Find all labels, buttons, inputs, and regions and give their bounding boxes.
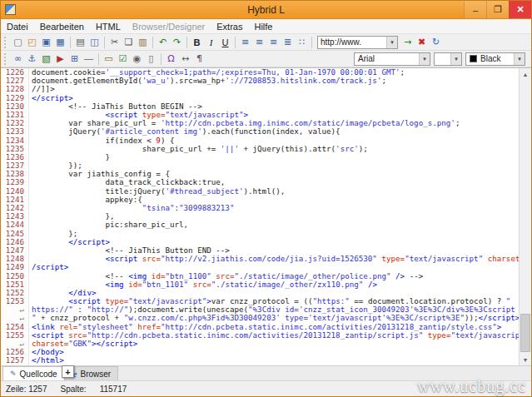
font-size-combobox[interactable]: ▾	[434, 52, 462, 66]
code-text[interactable]: if(index < 9) {	[29, 136, 519, 145]
menu-hilfe[interactable]: Hilfe	[248, 19, 278, 33]
ordered-list-icon[interactable]: ≣	[281, 35, 295, 49]
code-text[interactable]: charset="GBK"></script>	[29, 340, 519, 348]
code-text[interactable]: });	[29, 161, 519, 170]
code-text[interactable]: </script>	[29, 94, 519, 102]
code-text[interactable]: /script>	[29, 263, 519, 271]
code-text[interactable]: document.cookie='__support_check=1;path=…	[29, 68, 519, 77]
vertical-scrollbar[interactable]: ▲ ▼	[519, 68, 531, 365]
scroll-up-icon[interactable]: ▲	[520, 68, 531, 80]
close-button[interactable]: ✕	[509, 1, 531, 18]
refresh-icon[interactable]: ↻	[429, 35, 443, 49]
scrollbar-thumb[interactable]	[520, 314, 530, 352]
insert-anchor-icon[interactable]: ⚓	[25, 52, 39, 66]
code-text[interactable]: document.getElementById('wa_u').src=wa_h…	[29, 77, 519, 85]
scrollbar-track[interactable]	[520, 80, 531, 354]
code-text[interactable]: </html>	[29, 356, 519, 365]
align-right-icon[interactable]: ≡	[266, 35, 281, 49]
menu-browser-designer[interactable]: Browser/Designer	[127, 19, 211, 33]
align-center-icon[interactable]: ≡	[252, 35, 266, 49]
toolbar-grip[interactable]	[4, 53, 8, 65]
save-all-icon[interactable]: ▦	[53, 35, 67, 49]
code-text[interactable]: share_pic_url += '||' + jQuery(this).att…	[29, 145, 519, 153]
copy-icon[interactable]: ❏	[122, 35, 136, 49]
code-text[interactable]: pic:share_pic_url,	[29, 221, 519, 229]
insert-checkbox-icon[interactable]: ☑	[116, 52, 130, 66]
title-bar[interactable]: Hybrid L – ❐ ✕	[1, 1, 531, 19]
code-text[interactable]: <script src="http://v2.jiathis.com/code/…	[29, 255, 519, 263]
url-input[interactable]	[321, 37, 385, 47]
align-left-icon[interactable]: ≡	[238, 35, 252, 49]
paste-icon[interactable]: ▥	[136, 35, 150, 49]
unordered-list-icon[interactable]: ∷	[295, 35, 309, 49]
insert-marquee-icon[interactable]: ↔	[178, 52, 192, 66]
menu-extras[interactable]: Extras	[211, 19, 248, 33]
code-text[interactable]: <!-- JiaThis Button BEGIN -->	[29, 102, 519, 111]
font-color-combobox[interactable]: Black ▾	[465, 52, 525, 66]
insert-media-icon[interactable]: ▶	[53, 52, 67, 66]
minimize-button[interactable]: –	[464, 1, 486, 18]
tab-quellcode[interactable]: ✎Quellcode	[2, 366, 65, 380]
menu-html[interactable]: HTML	[90, 19, 127, 33]
stop-icon[interactable]: ✖	[415, 35, 429, 49]
code-text[interactable]: }	[29, 153, 519, 161]
insert-comment-icon[interactable]: ¶	[192, 52, 206, 66]
open-folder-icon[interactable]: ◰	[25, 35, 39, 49]
cut-icon[interactable]: ✂	[107, 35, 122, 49]
chevron-down-icon[interactable]: ▾	[514, 53, 525, 65]
code-text[interactable]: title:jQuery('#thread_subject').html(),	[29, 187, 519, 196]
code-text[interactable]: var share_pic_url = 'http://cdn.pcbeta.i…	[29, 119, 519, 127]
code-text[interactable]: jQuery('#article_content img').each(func…	[29, 127, 519, 136]
code-text[interactable]: <script src="http://cdn.pcbeta.static.in…	[29, 331, 519, 340]
code-editor[interactable]: 1226document.cookie='__support_check=1;p…	[1, 67, 531, 365]
underline-icon[interactable]: U	[218, 35, 232, 49]
code-area[interactable]: 1226document.cookie='__support_check=1;p…	[1, 68, 519, 365]
menu-datei[interactable]: Datei	[1, 19, 34, 33]
bold-icon[interactable]: B	[190, 35, 204, 49]
go-icon[interactable]: →	[400, 35, 415, 49]
chevron-down-icon[interactable]: ▾	[450, 53, 461, 65]
code-text[interactable]: appkey:{	[29, 196, 519, 204]
maximize-button[interactable]: ❐	[486, 1, 509, 18]
code-text[interactable]: <!-- <img id="btn_1100" src="./static/im…	[29, 272, 519, 280]
font-family-combobox[interactable]: Arial ▾	[354, 52, 430, 66]
code-text[interactable]: " + cnzz_protocol + "w.cnzz.com/c.php%3F…	[29, 314, 519, 322]
insert-table-icon[interactable]: ⊞	[67, 52, 82, 66]
code-text[interactable]: <script type="text/javascript">	[29, 111, 519, 119]
insert-hr-icon[interactable]: ―	[82, 52, 96, 66]
code-text[interactable]: },	[29, 212, 519, 221]
insert-link-icon[interactable]: ∞	[11, 52, 25, 66]
redo-icon[interactable]: ↷	[170, 35, 184, 49]
window-controls: – ❐ ✕	[464, 1, 531, 18]
insert-form-icon[interactable]: ▭	[102, 52, 116, 66]
code-text[interactable]: data_track_clickback:true,	[29, 178, 519, 186]
scroll-down-icon[interactable]: ▼	[520, 354, 531, 365]
chevron-down-icon[interactable]: ▾	[386, 37, 397, 48]
preview-icon[interactable]: ◫	[87, 35, 102, 49]
save-icon[interactable]: ▣	[39, 35, 53, 49]
insert-special-char-icon[interactable]: Ω	[164, 52, 178, 66]
url-combobox[interactable]: ▾	[317, 36, 398, 49]
insert-image-icon[interactable]: ▧	[39, 52, 53, 66]
code-text[interactable]: <img id="btn_1101" src="./static/image/_…	[29, 280, 519, 289]
toolbar-grip[interactable]	[4, 37, 8, 48]
code-text[interactable]: <script type="text/javascript">var cnzz_…	[29, 297, 519, 305]
code-text[interactable]: </div>	[29, 289, 519, 297]
code-text[interactable]: https://" : "http://");document.write(un…	[29, 305, 519, 314]
insert-radio-icon[interactable]: ◉	[130, 52, 144, 66]
menu-bearbeiten[interactable]: Bearbeiten	[34, 19, 90, 33]
new-file-icon[interactable]: ▢	[11, 35, 25, 49]
code-text[interactable]: //]]>	[29, 85, 519, 93]
code-text[interactable]: <!-- JiaThis Button END -->	[29, 246, 519, 255]
code-text[interactable]: <link rel="stylesheet" href="http://cdn.…	[29, 323, 519, 331]
undo-icon[interactable]: ↶	[156, 35, 170, 49]
italic-icon[interactable]: I	[204, 35, 218, 49]
print-icon[interactable]: ▤	[73, 35, 87, 49]
code-text[interactable]: </script>	[29, 238, 519, 246]
code-text[interactable]: };	[29, 230, 519, 238]
insert-textfield-icon[interactable]: ▯	[144, 52, 158, 66]
code-text[interactable]: "tsina":"3099883213"	[29, 204, 519, 212]
code-text[interactable]: </body>	[29, 348, 519, 356]
code-text[interactable]: var jiathis_config = {	[29, 170, 519, 178]
chevron-down-icon[interactable]: ▾	[419, 53, 430, 65]
